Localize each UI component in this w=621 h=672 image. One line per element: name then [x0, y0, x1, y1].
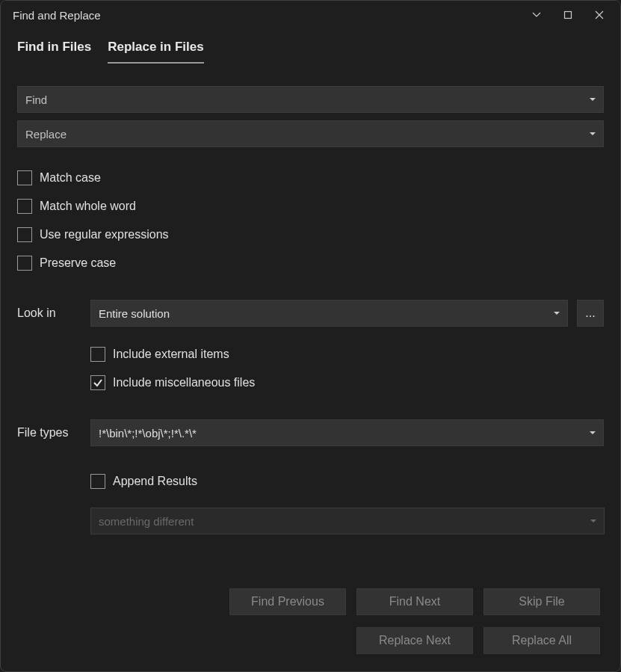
- append-results-block: Append Results something different: [90, 469, 604, 534]
- browse-button[interactable]: ...: [577, 300, 604, 327]
- preserve-case-label: Preserve case: [40, 256, 116, 270]
- find-next-button[interactable]: Find Next: [356, 588, 473, 615]
- match-whole-word-label: Match whole word: [40, 200, 136, 213]
- replace-input[interactable]: Replace: [17, 120, 604, 147]
- preserve-case-row: Preserve case: [17, 249, 604, 277]
- look-in-row: Look in Entire solution ...: [17, 300, 604, 327]
- file-types-row: File types !*\bin\*;!*\obj\*;!*\.*\*: [17, 419, 604, 446]
- match-case-label: Match case: [40, 171, 101, 185]
- titlebar-controls: [522, 4, 614, 26]
- include-external-label: Include external items: [113, 348, 229, 361]
- look-in-options: Include external items Include miscellan…: [90, 340, 604, 397]
- include-misc-row: Include miscellaneous files: [90, 369, 604, 397]
- file-types-label: File types: [17, 426, 81, 440]
- look-in-select[interactable]: Entire solution: [90, 300, 568, 327]
- close-button[interactable]: [584, 4, 614, 26]
- look-in-label: Look in: [17, 306, 81, 320]
- append-results-select[interactable]: something different: [90, 508, 605, 534]
- button-row-2: Replace Next Replace All: [356, 627, 600, 654]
- button-row-1: Find Previous Find Next Skip File: [229, 588, 600, 615]
- find-input-placeholder: Find: [25, 93, 47, 106]
- options-block: Match case Match whole word Use regular …: [17, 164, 604, 277]
- titlebar: Find and Replace: [1, 1, 620, 29]
- include-misc-checkbox[interactable]: [90, 375, 105, 390]
- replace-next-button[interactable]: Replace Next: [356, 627, 473, 654]
- file-types-select[interactable]: !*\bin\*;!*\obj\*;!*\.*\*: [90, 419, 604, 446]
- chevron-down-icon: [590, 98, 596, 101]
- match-case-row: Match case: [17, 164, 604, 192]
- append-results-label: Append Results: [113, 475, 197, 488]
- file-types-value: !*\bin\*;!*\obj\*;!*\.*\*: [99, 427, 197, 440]
- tabs: Find in Files Replace in Files: [1, 29, 620, 64]
- skip-file-button[interactable]: Skip File: [483, 588, 600, 615]
- file-types-block: File types !*\bin\*;!*\obj\*;!*\.*\*: [17, 419, 604, 446]
- look-in-value: Entire solution: [99, 307, 170, 320]
- tab-replace-in-files[interactable]: Replace in Files: [108, 40, 204, 64]
- minimize-button[interactable]: [522, 4, 552, 26]
- replace-field-row: Replace: [17, 120, 604, 147]
- use-regex-row: Use regular expressions: [17, 221, 604, 249]
- include-external-checkbox[interactable]: [90, 347, 105, 362]
- svg-rect-0: [565, 12, 572, 19]
- replace-all-button[interactable]: Replace All: [483, 627, 600, 654]
- maximize-button[interactable]: [553, 4, 583, 26]
- include-external-row: Include external items: [90, 340, 604, 369]
- include-misc-label: Include miscellaneous files: [113, 376, 255, 389]
- chevron-down-icon: [590, 431, 596, 434]
- chevron-down-icon: [590, 132, 596, 135]
- match-case-checkbox[interactable]: [17, 170, 32, 185]
- browse-button-label: ...: [585, 306, 595, 320]
- match-whole-word-checkbox[interactable]: [17, 199, 32, 214]
- maximize-icon: [563, 10, 572, 19]
- look-in-block: Look in Entire solution ... Include exte…: [17, 300, 604, 397]
- chevron-down-icon: [532, 10, 541, 19]
- find-input[interactable]: Find: [17, 86, 604, 113]
- preserve-case-checkbox[interactable]: [17, 256, 32, 271]
- close-icon: [595, 10, 604, 19]
- use-regex-checkbox[interactable]: [17, 227, 32, 242]
- window-title: Find and Replace: [13, 9, 522, 22]
- find-previous-button[interactable]: Find Previous: [229, 588, 346, 615]
- content: Find Replace Match case Match whole word: [1, 64, 620, 549]
- append-results-checkbox[interactable]: [90, 474, 105, 489]
- action-buttons: Find Previous Find Next Skip File Replac…: [229, 588, 600, 654]
- append-results-row: Append Results: [90, 469, 604, 494]
- chevron-down-icon: [590, 520, 596, 523]
- use-regex-label: Use regular expressions: [40, 228, 169, 241]
- match-whole-word-row: Match whole word: [17, 192, 604, 221]
- tab-find-in-files[interactable]: Find in Files: [17, 40, 91, 64]
- find-field-row: Find: [17, 86, 604, 113]
- replace-input-placeholder: Replace: [25, 128, 67, 141]
- append-results-value: something different: [99, 515, 194, 528]
- chevron-down-icon: [554, 312, 560, 315]
